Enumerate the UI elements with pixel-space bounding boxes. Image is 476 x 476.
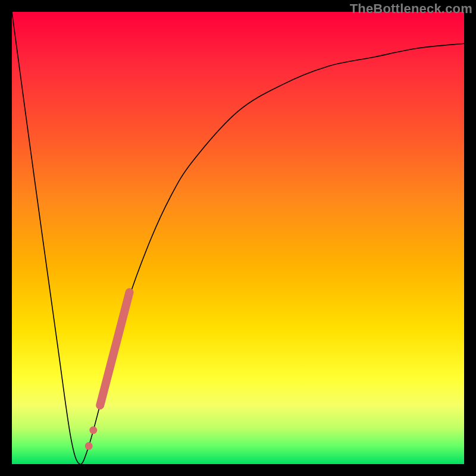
chart-frame: TheBottleneck.com (0, 0, 476, 476)
bottleneck-curve (12, 12, 464, 464)
highlight-dot (85, 442, 93, 450)
watermark-text: TheBottleneck.com (350, 1, 472, 17)
highlight-dot (89, 427, 97, 434)
highlight-segment (100, 292, 129, 405)
chart-svg (12, 12, 464, 464)
